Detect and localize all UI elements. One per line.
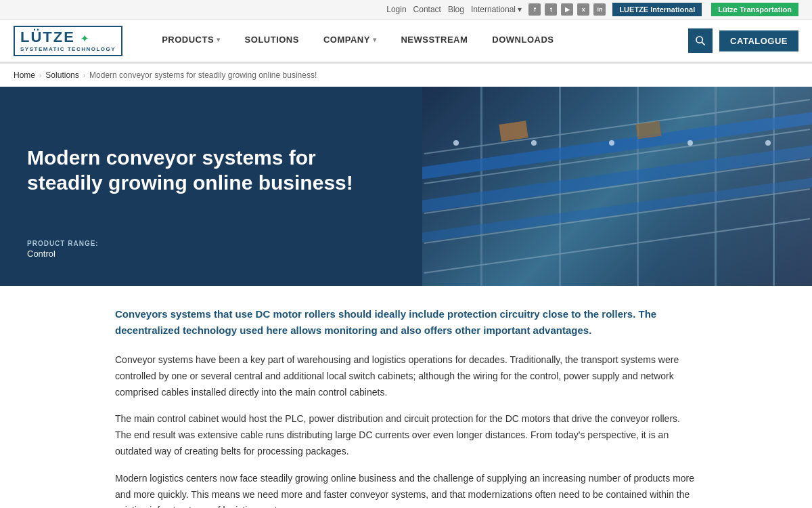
breadcrumb: Home › Solutions › Modern conveyor syste… — [0, 64, 812, 87]
content-paragraph-3: Modern logistics centers now face steadi… — [115, 471, 697, 508]
xing-icon[interactable]: x — [577, 3, 589, 16]
content-paragraph-1: Conveyor systems have been a key part of… — [115, 352, 697, 400]
hero-title: Modern conveyor systems for steadily gro… — [27, 114, 395, 226]
breadcrumb-sep-2: › — [83, 72, 85, 79]
logo[interactable]: LÜTZE ✦ SYSTEMATIC TECHNOLOGY — [14, 26, 122, 56]
svg-point-0 — [696, 37, 702, 43]
hero-image — [422, 87, 812, 286]
nav-products[interactable]: PRODUCTS ▾ — [150, 19, 232, 62]
breadcrumb-solutions[interactable]: Solutions — [45, 70, 78, 80]
hero-section: Modern conveyor systems for steadily gro… — [0, 87, 812, 286]
content-section: Conveyors systems that use DC motor roll… — [102, 286, 710, 508]
hero-content: Modern conveyor systems for steadily gro… — [0, 87, 422, 286]
blog-link[interactable]: Blog — [448, 5, 464, 14]
top-bar: Login Contact Blog International ▾ f t ▶… — [0, 0, 812, 20]
twitter-icon[interactable]: t — [545, 3, 557, 16]
social-links: f t ▶ x in — [528, 3, 606, 16]
search-button[interactable] — [688, 28, 713, 53]
nav-newsstream[interactable]: NEWSSTREAM — [388, 19, 480, 62]
breadcrumb-sep-1: › — [39, 72, 41, 79]
contact-link[interactable]: Contact — [413, 5, 441, 14]
facebook-icon[interactable]: f — [528, 3, 541, 16]
product-range-value: Control — [27, 249, 395, 259]
linkedin-icon[interactable]: in — [593, 3, 606, 16]
luetze-transportation-button[interactable]: Lütze Transportation — [711, 3, 798, 16]
breadcrumb-current: Modern conveyor systems for steadily gro… — [89, 70, 317, 80]
youtube-icon[interactable]: ▶ — [561, 3, 573, 16]
logo-text: LÜTZE ✦ — [20, 30, 90, 45]
nav-company[interactable]: COMPANY ▾ — [311, 19, 388, 62]
hero-meta: PRODUCT RANGE: Control — [27, 240, 395, 259]
chevron-down-icon: ▾ — [373, 36, 377, 43]
logo-star: ✦ — [81, 33, 90, 44]
international-link[interactable]: International ▾ — [471, 5, 522, 14]
content-paragraph-2: The main control cabinet would host the … — [115, 411, 697, 459]
login-link[interactable]: Login — [386, 5, 406, 14]
luetze-international-button[interactable]: LUETZE International — [612, 3, 702, 16]
breadcrumb-home[interactable]: Home — [14, 70, 35, 80]
search-icon — [695, 35, 706, 46]
content-body: Conveyor systems have been a key part of… — [115, 352, 697, 508]
catalogue-button[interactable]: CATALOGUE — [719, 30, 798, 51]
nav-solutions[interactable]: SOLUTIONS — [233, 19, 311, 62]
nav-links: PRODUCTS ▾ SOLUTIONS COMPANY ▾ NEWSSTREA… — [150, 19, 798, 62]
main-navigation: LÜTZE ✦ SYSTEMATIC TECHNOLOGY PRODUCTS ▾… — [0, 20, 812, 63]
chevron-down-icon: ▾ — [518, 5, 522, 14]
content-intro: Conveyors systems that use DC motor roll… — [115, 306, 697, 339]
chevron-down-icon: ▾ — [217, 36, 221, 43]
conveyor-image — [422, 87, 812, 286]
logo-subtitle: SYSTEMATIC TECHNOLOGY — [20, 46, 116, 52]
product-range-label: PRODUCT RANGE: — [27, 240, 395, 247]
nav-downloads[interactable]: DOWNLOADS — [480, 19, 566, 62]
svg-line-1 — [702, 42, 704, 45]
